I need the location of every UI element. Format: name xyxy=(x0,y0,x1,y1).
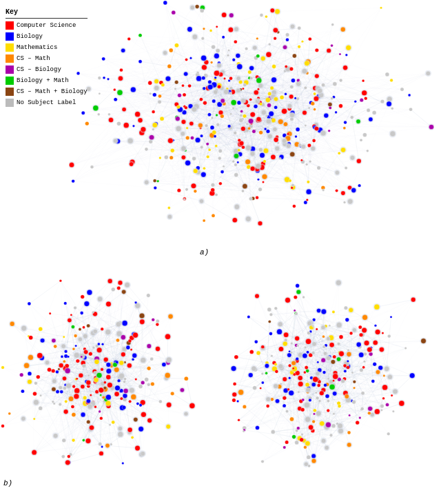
graph-b-right xyxy=(220,265,441,486)
legend-title: Key xyxy=(6,7,88,19)
legend-item: No Subject Label xyxy=(6,97,88,108)
legend-item: CS – Math xyxy=(6,53,88,64)
legend-item: Biology xyxy=(6,31,88,42)
legend-item: CS – Biology xyxy=(6,64,88,75)
legend: Key Computer ScienceBiologyMathematicsCS… xyxy=(6,7,88,108)
label-a: a) xyxy=(200,248,209,256)
legend-item: Biology + Math xyxy=(6,75,88,86)
page-container: Key Computer ScienceBiologyMathematicsCS… xyxy=(0,0,441,504)
legend-item: CS – Math + Biology xyxy=(6,86,88,97)
legend-item: Computer Science xyxy=(6,20,88,31)
graph-a xyxy=(69,0,434,248)
legend-item: Mathematics xyxy=(6,42,88,53)
label-b: b) xyxy=(3,479,12,487)
graph-b-left xyxy=(0,265,207,486)
